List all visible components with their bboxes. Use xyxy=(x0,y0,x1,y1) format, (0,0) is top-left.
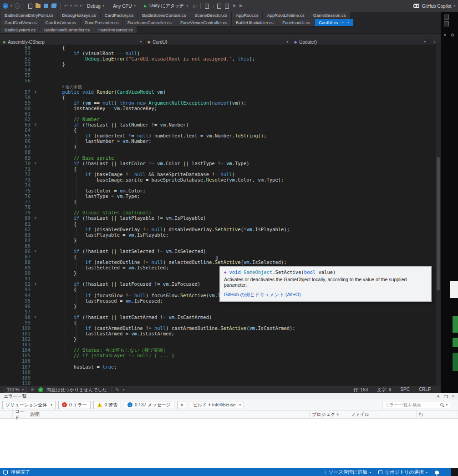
column-header-説明[interactable]: 説明 xyxy=(28,410,310,418)
fold-collapse-icon[interactable]: ∨ xyxy=(32,122,39,127)
solution-configuration-dropdown[interactable]: Debug ▾ xyxy=(84,3,107,9)
chevron-up-icon: ▴ xyxy=(369,471,371,474)
zoom-dropdown[interactable]: 110 % ▾ xyxy=(4,387,27,393)
code-text xyxy=(39,309,441,314)
column-header-ファイル[interactable]: ファイル xyxy=(348,410,417,418)
chevron-down-icon[interactable]: ▾ xyxy=(123,388,125,392)
search-icon[interactable] xyxy=(440,403,443,406)
split-window-button[interactable]: + xyxy=(429,39,441,45)
column-header-プロジェクト[interactable]: プロジェクト xyxy=(310,410,348,418)
code-editor[interactable]: 50 {51 if (visualRoot == null)52 Debug.L… xyxy=(0,45,441,386)
tab-BattleSystem.cs[interactable]: BattleSystem.cs xyxy=(0,26,40,33)
tab-AppRootLifetime.cs[interactable]: AppRootLifetime.cs xyxy=(263,12,308,19)
undo-dropdown-icon[interactable]: ▾ xyxy=(70,4,72,8)
tab-ZoneIconUI.cs[interactable]: ZoneIconUI.cs xyxy=(278,19,314,26)
editor-vertical-scrollbar[interactable] xyxy=(436,45,441,386)
fold-collapse-icon[interactable]: ∨ xyxy=(32,89,39,95)
fold-collapse-icon[interactable]: ∨ xyxy=(32,248,39,254)
tab-BattleUIInitializer.cs[interactable]: BattleUIInitializer.cs xyxy=(232,19,278,26)
save-all-icon[interactable] xyxy=(51,3,56,9)
tab-HandPresenter.cs[interactable]: HandPresenter.cs xyxy=(94,26,137,33)
pen-icon[interactable]: ✎ xyxy=(115,387,119,392)
bookmark-icon[interactable]: ⚑ xyxy=(239,4,243,9)
caret-line-indicator[interactable]: 行: 153 xyxy=(353,387,368,393)
line-ending-indicator[interactable]: CRLF xyxy=(419,387,431,393)
tab-ZoneIconsController.cs[interactable]: ZoneIconsController.cs xyxy=(123,19,175,26)
columns-options-button[interactable]: ≡ xyxy=(177,401,187,409)
tab-BattleSceneContext.cs[interactable]: BattleSceneContext.cs xyxy=(138,12,190,19)
scrollbar-thumb[interactable] xyxy=(437,157,440,290)
step-out-icon[interactable]: ↑ xyxy=(212,4,214,9)
save-icon[interactable] xyxy=(43,3,49,9)
fold-collapse-icon[interactable]: ∨ xyxy=(32,215,39,221)
navigate-back-dropdown-icon[interactable]: ▾ xyxy=(10,4,12,8)
fold-collapse-icon[interactable]: ∨ xyxy=(32,314,39,320)
member-dropdown[interactable]: ◆ Update() ▾ xyxy=(291,39,429,45)
gear-icon[interactable]: ⚙ xyxy=(451,33,454,37)
close-panel-icon[interactable]: × xyxy=(452,394,454,399)
chevron-down-icon[interactable]: ▾ xyxy=(446,403,448,407)
attach-to-unity-button[interactable]: ▶ Unity にアタッチ ▾ xyxy=(141,2,191,10)
document-outline-icon[interactable] xyxy=(224,3,230,9)
background-tasks-icon[interactable] xyxy=(3,471,8,474)
bookmark-icon[interactable]: ⚑ xyxy=(232,4,236,9)
fold-collapse-icon[interactable]: ∨ xyxy=(32,281,39,287)
close-tab-icon[interactable]: × xyxy=(347,20,349,25)
tab-CardUI.cs[interactable]: CardUI.cs⇔× xyxy=(315,19,353,26)
scope-dropdown[interactable]: ソリューション全体 ▾ xyxy=(2,401,56,409)
show-next-statement-icon[interactable] xyxy=(204,3,210,9)
tab-ZonePresenter.cs[interactable]: ZonePresenter.cs xyxy=(81,19,122,26)
pin-window-icon[interactable] xyxy=(444,395,448,398)
tab-AppRoot.cs[interactable]: AppRoot.cs xyxy=(232,12,262,19)
window-list-icon[interactable] xyxy=(444,15,449,20)
column-header-icon[interactable] xyxy=(0,410,13,418)
navigate-forward-icon[interactable]: → xyxy=(15,3,20,9)
new-file-icon[interactable] xyxy=(28,3,33,9)
type-dropdown[interactable]: ◆ CardUI ▾ xyxy=(145,39,291,45)
github-copilot-button[interactable]: GitHub Copilot ▾ xyxy=(413,4,455,9)
start-without-debugging-icon[interactable]: ▷ xyxy=(193,4,197,9)
code-text xyxy=(39,78,441,83)
indent-mode-indicator[interactable]: SPC xyxy=(400,387,410,393)
window-list-icon[interactable] xyxy=(444,21,449,26)
sync-icon[interactable]: ⟳ xyxy=(31,387,34,392)
repository-select-button[interactable]: リポジトリの選択 ▴ xyxy=(378,469,427,476)
errors-filter-button[interactable]: × 0 エラー xyxy=(58,401,91,409)
chevron-down-icon[interactable]: ▾ xyxy=(444,33,446,37)
redo-dropdown-icon[interactable]: ▾ xyxy=(80,4,82,8)
keep-open-icon[interactable]: ⇔ xyxy=(341,20,344,25)
tab-GameSession.cs[interactable]: GameSession.cs xyxy=(309,12,350,19)
search-placeholder: エラー一覧を検索 xyxy=(385,402,438,408)
add-to-source-control-button[interactable]: ↑ ソース管理に追加 ▴ xyxy=(324,469,371,476)
tab-CardGridView.cs[interactable]: CardGridView.cs xyxy=(0,19,41,26)
tab-BattleSceneEntryPoint.cs[interactable]: BattleSceneEntryPoint.cs xyxy=(0,12,57,19)
column-header-コード[interactable]: コード xyxy=(13,410,28,418)
open-folder-icon[interactable] xyxy=(36,3,41,9)
tab-DebugHotkeys.cs[interactable]: DebugHotkeys.cs xyxy=(58,12,100,19)
fold-collapse-icon[interactable]: ∨ xyxy=(32,161,39,166)
tab-ZoneViewerController.cs[interactable]: ZoneViewerController.cs xyxy=(176,19,231,26)
solution-platform-dropdown[interactable]: Any CPU ▾ xyxy=(110,3,139,9)
line-number: 68 xyxy=(0,149,32,155)
window-position-icon[interactable]: ▾ xyxy=(437,394,439,399)
redo-icon[interactable]: ↷ xyxy=(74,4,77,9)
tooltip-github-link[interactable]: GitHub の例とドキュメント (Alt+O) xyxy=(224,292,427,298)
project-dropdown[interactable]: ◆ Assembly-CSharp ▾ xyxy=(0,39,145,45)
document-outline-icon[interactable] xyxy=(217,3,222,9)
tab-CardFactory.cs[interactable]: CardFactory.cs xyxy=(101,12,138,19)
tab-CardListView.cs[interactable]: CardListView.cs xyxy=(41,19,80,26)
navigate-back-icon[interactable]: ← xyxy=(3,3,8,9)
notifications-bell-icon[interactable] xyxy=(435,471,439,474)
error-list-search-input[interactable]: エラー一覧を検索 ▾ xyxy=(382,401,450,409)
caret-column-indicator[interactable]: 文字: 9 xyxy=(377,387,391,393)
tab-SceneDirector.cs[interactable]: SceneDirector.cs xyxy=(190,12,231,19)
error-list-title-bar[interactable]: エラー一覧 ▾ × xyxy=(0,393,458,400)
messages-filter-button[interactable]: i 0 / 37 メッセージ xyxy=(124,401,174,409)
warnings-filter-button[interactable]: 0 警告 xyxy=(93,401,121,409)
tab-label: ZoneViewerController.cs xyxy=(180,20,227,25)
tab-BattleHandController.cs[interactable]: BattleHandController.cs xyxy=(40,26,94,33)
source-dropdown[interactable]: ビルド + IntelliSense ▾ xyxy=(190,401,244,409)
undo-icon[interactable]: ↶ xyxy=(64,4,68,9)
column-header-行[interactable]: 行 xyxy=(417,410,457,418)
error-list-body[interactable] xyxy=(0,419,458,468)
